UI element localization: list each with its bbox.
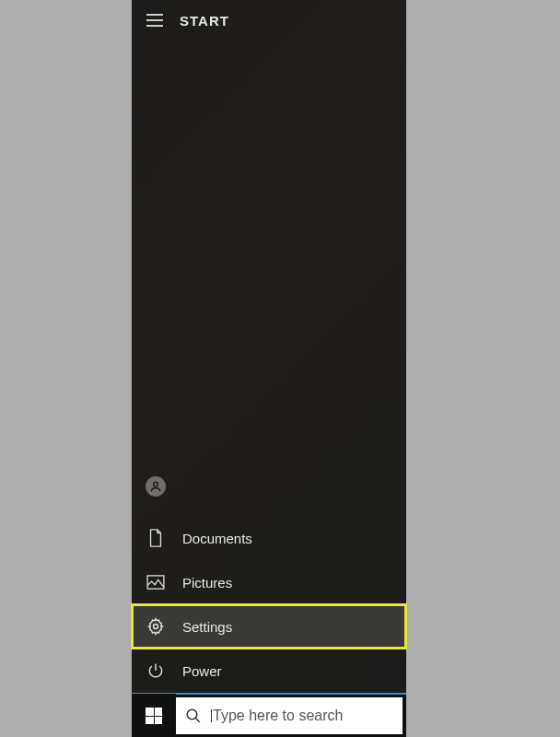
start-title: START <box>180 13 229 29</box>
hamburger-icon[interactable] <box>146 11 165 29</box>
search-placeholder: Type here to search <box>211 708 393 724</box>
svg-line-4 <box>195 718 200 722</box>
windows-logo-icon <box>146 708 162 724</box>
pictures-label: Pictures <box>182 575 232 591</box>
start-bottom-items: Documents Pictures Settings <box>132 464 406 693</box>
account-button[interactable] <box>132 464 406 509</box>
power-label: Power <box>182 663 222 679</box>
power-icon <box>146 661 166 681</box>
search-icon <box>185 708 202 724</box>
settings-button[interactable]: Settings <box>132 604 406 649</box>
svg-point-0 <box>154 482 158 486</box>
start-header: START <box>132 0 406 41</box>
document-icon <box>146 528 166 548</box>
settings-label: Settings <box>182 619 232 635</box>
pictures-button[interactable]: Pictures <box>132 560 406 604</box>
power-button[interactable]: Power <box>132 649 406 693</box>
svg-point-3 <box>187 709 197 719</box>
start-menu-panel: START Documents <box>132 0 406 693</box>
svg-point-2 <box>154 625 158 629</box>
start-button[interactable] <box>132 694 176 737</box>
taskbar: Type here to search <box>132 693 406 737</box>
documents-label: Documents <box>182 531 252 546</box>
pictures-icon <box>146 572 166 592</box>
search-input[interactable]: Type here to search <box>176 697 402 734</box>
user-icon <box>146 476 166 497</box>
gear-icon <box>146 616 166 637</box>
documents-button[interactable]: Documents <box>132 516 406 560</box>
